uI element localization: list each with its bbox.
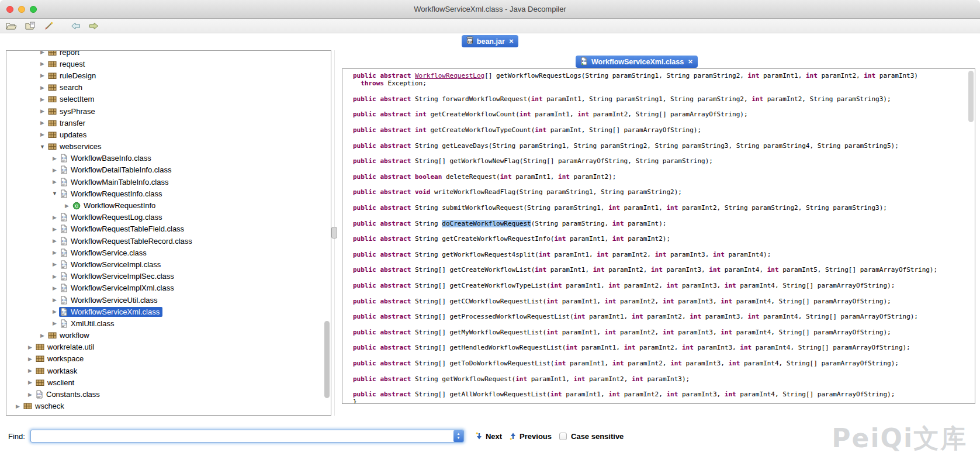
chevron-right-icon[interactable]: ▶ <box>26 379 34 385</box>
tree-item-updates[interactable]: ▶updates <box>6 129 331 140</box>
chevron-right-icon[interactable]: ▶ <box>50 274 59 279</box>
tree-scrollbar-thumb[interactable] <box>324 321 330 398</box>
chevron-right-icon[interactable]: ▶ <box>50 250 59 255</box>
tree-item-workflowrequesttablefield-class[interactable]: ▶010WorkflowRequestTableField.class <box>6 223 331 235</box>
tree-item-wscheck[interactable]: ▶wscheck <box>6 400 331 412</box>
tree-item-workflowbaseinfo-class[interactable]: ▶010WorkflowBaseInfo.class <box>6 153 331 164</box>
chevron-right-icon[interactable]: ▶ <box>50 297 59 303</box>
title-bar[interactable]: WorkflowServiceXml.class - Java Decompil… <box>0 0 980 19</box>
class-file-icon: 010 <box>60 248 68 257</box>
type-link[interactable]: WorkflowRequestLog <box>415 72 484 80</box>
tree-item-workspace[interactable]: ▶workspace <box>6 353 331 365</box>
tree-item-workflowserviceutil-class[interactable]: ▶010WorkflowServiceUtil.class <box>6 294 331 306</box>
chevron-right-icon[interactable]: ▶ <box>50 238 59 244</box>
splitter-handle[interactable] <box>331 227 337 239</box>
tree-item-workflowservicexml-class[interactable]: ▶010WorkflowServiceXml.class <box>6 306 331 317</box>
tree-item-report[interactable]: ▶report <box>6 50 331 58</box>
paintbrush-icon[interactable] <box>44 22 53 30</box>
forward-icon[interactable] <box>89 22 99 30</box>
tree-item-workrelate-util[interactable]: ▶workrelate.util <box>6 341 331 353</box>
tree-item-workflowdetailtableinfo-class[interactable]: ▶010WorkflowDetailTableInfo.class <box>6 164 331 176</box>
tree-item-selectitem[interactable]: ▶selectItem <box>6 94 331 105</box>
chevron-right-icon[interactable]: ▶ <box>50 167 59 173</box>
svg-text:010: 010 <box>62 275 67 278</box>
chevron-right-icon[interactable]: ▶ <box>38 108 47 114</box>
tree-item-workflowmaintableinfo-class[interactable]: ▶010WorkflowMainTableInfo.class <box>6 176 331 188</box>
tree-item-workflowrequestinfo-class[interactable]: ▼010WorkflowRequestInfo.class <box>6 188 331 199</box>
chevron-right-icon[interactable]: ▶ <box>50 155 59 161</box>
chevron-right-icon[interactable]: ▶ <box>50 215 59 220</box>
chevron-right-icon[interactable]: ▶ <box>50 261 59 267</box>
zoom-window-button[interactable] <box>30 6 37 13</box>
chevron-right-icon[interactable]: ▶ <box>50 320 59 326</box>
chevron-right-icon[interactable]: ▶ <box>26 344 34 350</box>
case-sensitive-checkbox[interactable] <box>559 433 567 440</box>
chevron-down-icon[interactable]: ▼ <box>50 191 59 196</box>
tree-item-workflow[interactable]: ▶workflow <box>6 330 331 341</box>
code-line <box>353 305 975 313</box>
code-scrollbar-thumb[interactable] <box>968 71 974 122</box>
minimize-window-button[interactable] <box>18 6 25 13</box>
tree-item-workflowrequesttablerecord-class[interactable]: ▶010WorkflowRequestTableRecord.class <box>6 235 331 247</box>
tree-item-workflowrequestlog-class[interactable]: ▶010WorkflowRequestLog.class <box>6 212 331 223</box>
tree-item-ruledesign[interactable]: ▶ruleDesign <box>6 70 331 81</box>
chevron-right-icon[interactable]: ▶ <box>26 356 34 362</box>
chevron-down-icon[interactable]: ▼ <box>38 144 47 150</box>
package-icon <box>48 95 57 103</box>
code-line: public abstract String[] getWorkflowNewF… <box>353 157 975 165</box>
chevron-right-icon[interactable]: ▶ <box>26 392 34 398</box>
svg-text:010: 010 <box>62 168 67 171</box>
code-line <box>353 274 975 282</box>
back-icon[interactable] <box>71 22 81 30</box>
tree-item-transfer[interactable]: ▶transfer <box>6 117 331 129</box>
chevron-right-icon[interactable]: ▶ <box>38 72 47 78</box>
svg-text:010: 010 <box>62 263 67 266</box>
tab-bean-jar[interactable]: 010 bean.jar ✕ <box>462 35 518 47</box>
chevron-right-icon[interactable]: ▶ <box>38 85 47 91</box>
window-title: WorkflowServiceXml.class - Java Decompil… <box>0 0 980 18</box>
chevron-right-icon[interactable]: ▶ <box>38 333 47 338</box>
svg-text:010: 010 <box>62 192 67 195</box>
chevron-right-icon[interactable]: ▶ <box>50 226 59 232</box>
source-code-panel[interactable]: public abstract WorkflowRequestLog[] get… <box>342 68 975 404</box>
package-tree-panel[interactable]: ▶report▶request▶ruleDesign▶search▶select… <box>6 50 331 416</box>
tree-item-workflowserviceimpl-class[interactable]: ▶010WorkflowServiceImpl.class <box>6 258 331 270</box>
tree-item-xmlutil-class[interactable]: ▶010XmlUtil.class <box>6 317 331 329</box>
chevron-right-icon[interactable]: ▶ <box>50 309 59 315</box>
chevron-right-icon[interactable]: ▶ <box>38 132 47 137</box>
chevron-right-icon[interactable]: ▶ <box>26 368 34 374</box>
find-next-button[interactable]: Next <box>486 432 502 441</box>
chevron-right-icon[interactable]: ▶ <box>38 61 47 67</box>
find-previous-button[interactable]: Previous <box>520 432 552 441</box>
tree-item-workflowserviceimplsec-class[interactable]: ▶010WorkflowServiceImplSec.class <box>6 271 331 282</box>
search-match-highlight: doCreateWorkflowRequest <box>442 220 531 227</box>
tree-item-webservices[interactable]: ▼webservices <box>6 141 331 153</box>
tree-item-workflowserviceimplxml-class[interactable]: ▶010WorkflowServiceImplXml.class <box>6 282 331 294</box>
tree-item-wsclient[interactable]: ▶wsclient <box>6 376 331 388</box>
chevron-right-icon[interactable]: ▶ <box>50 285 59 291</box>
chevron-right-icon[interactable]: ▶ <box>38 50 47 55</box>
close-tab-icon[interactable]: ✕ <box>688 58 692 65</box>
open-file-icon[interactable] <box>6 22 17 30</box>
tree-item-workflowrequestinfo[interactable]: ▶CWorkflowRequestInfo <box>6 199 331 211</box>
class-file-icon: 010 <box>60 178 68 186</box>
tree-item-request[interactable]: ▶request <box>6 58 331 70</box>
tree-item-workflowservice-class[interactable]: ▶010WorkflowService.class <box>6 247 331 258</box>
code-line <box>353 367 975 375</box>
tree-item-search[interactable]: ▶search <box>6 82 331 94</box>
chevron-right-icon[interactable]: ▶ <box>50 179 59 185</box>
combo-stepper-icon[interactable]: ▲▼ <box>453 430 463 442</box>
open-folder-icon[interactable] <box>25 22 36 30</box>
close-tab-icon[interactable]: ✕ <box>509 38 514 44</box>
chevron-right-icon[interactable]: ▶ <box>38 96 47 102</box>
tree-item-label: report <box>60 50 79 57</box>
tree-item-constants-class[interactable]: ▶010Constants.class <box>6 388 331 400</box>
tree-item-worktask[interactable]: ▶worktask <box>6 365 331 376</box>
tree-item-sysphrase[interactable]: ▶sysPhrase <box>6 105 331 117</box>
chevron-right-icon[interactable]: ▶ <box>38 120 47 126</box>
chevron-right-icon[interactable]: ▶ <box>13 403 22 409</box>
chevron-right-icon[interactable]: ▶ <box>63 203 71 209</box>
find-input[interactable] <box>30 430 464 443</box>
tab-workflowservicexml-class[interactable]: 010 WorkflowServiceXml.class ✕ <box>576 56 698 68</box>
close-window-button[interactable] <box>6 6 13 13</box>
